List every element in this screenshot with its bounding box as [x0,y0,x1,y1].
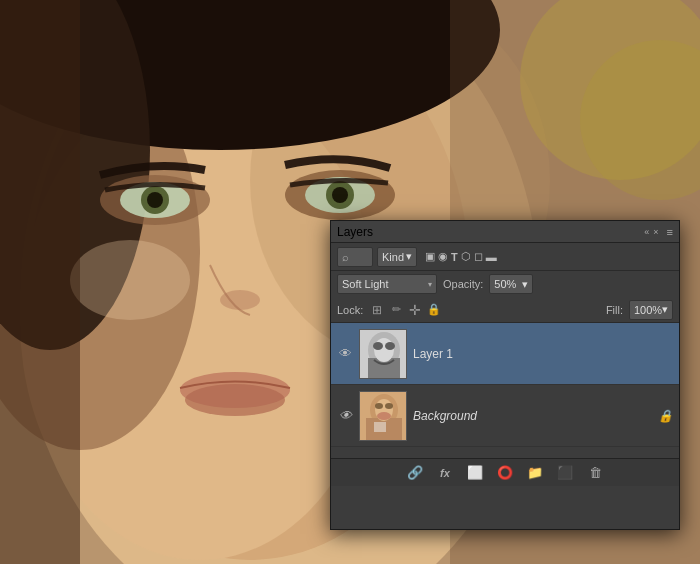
search-icon: ⌕ [342,251,349,263]
new-group-button[interactable]: 📁 [525,463,545,483]
layers-panel: Layers « × ≡ ⌕ Kind ▾ ▣ ◉ T ⬡ ◻ ▬ [330,220,680,530]
panel-controls: « × ≡ [644,226,673,238]
layer-name-background: Background [413,409,652,423]
kind-icons: ▣ ◉ T ⬡ ◻ ▬ [425,250,497,263]
blend-mode-label: Soft Light [342,278,388,290]
kind-adjust-icon[interactable]: ◉ [438,250,448,263]
link-layers-button[interactable]: 🔗 [405,463,425,483]
lock-transparency-icon[interactable]: ⊞ [369,302,385,318]
layer-item-layer1[interactable]: 👁 Layer 1 [331,323,679,385]
layer-effects-button[interactable]: fx [435,463,455,483]
svg-point-14 [147,192,163,208]
panel-menu-button[interactable]: ≡ [667,226,673,238]
fill-value: 100% [634,304,662,316]
kind-pixel-icon[interactable]: ▣ [425,250,435,263]
fill-field[interactable]: 100% ▾ [629,300,673,320]
kind-label: Kind [382,251,404,263]
kind-dropdown-arrow: ▾ [406,250,412,263]
blend-mode-dropdown[interactable]: Soft Light ▾ [337,274,437,294]
svg-point-37 [377,412,391,420]
svg-rect-30 [360,330,407,379]
svg-point-19 [70,240,190,320]
fill-label: Fill: [606,304,623,316]
lock-label: Lock: [337,304,363,316]
opacity-arrow: ▾ [522,278,528,291]
lock-icons-group: ⊞ ✏ ✛ 🔒 [369,302,442,318]
layer-thumbnail-layer1 [359,329,407,379]
svg-point-36 [385,403,393,409]
svg-point-35 [375,403,383,409]
lock-fill-row: Lock: ⊞ ✏ ✛ 🔒 Fill: 100% ▾ [331,297,679,323]
search-filter-wrap[interactable]: ⌕ [337,247,373,267]
blend-mode-arrow: ▾ [428,280,432,289]
panel-content: ⌕ Kind ▾ ▣ ◉ T ⬡ ◻ ▬ Soft Light ▾ Opacit… [331,243,679,486]
lock-pixels-icon[interactable]: ✏ [388,302,404,318]
layer-lock-icon-background: 🔒 [658,409,673,423]
lock-all-icon[interactable]: 🔒 [426,302,442,318]
visibility-toggle-layer1[interactable]: 👁 [337,346,353,361]
blend-opacity-row: Soft Light ▾ Opacity: 50% ▾ [331,271,679,297]
panel-title: Layers [337,225,373,239]
panel-collapse-button[interactable]: « [644,227,649,237]
layer-item-background[interactable]: 👁 Background 🔒 [331,385,679,447]
lock-position-icon[interactable]: ✛ [407,302,423,318]
opacity-label: Opacity: [443,278,483,290]
bottom-toolbar: 🔗 fx ⬜ ⭕ 📁 ⬛ 🗑 [331,458,679,486]
layers-list: 👁 Layer 1 👁 [331,323,679,458]
fill-arrow: ▾ [662,303,668,316]
layer-thumbnail-background [359,391,407,441]
kind-dropdown[interactable]: Kind ▾ [377,247,417,267]
svg-rect-38 [374,422,386,432]
panel-close-button[interactable]: × [653,227,658,237]
add-mask-button[interactable]: ⬜ [465,463,485,483]
kind-video-icon[interactable]: ▬ [486,251,497,263]
opacity-field[interactable]: 50% ▾ [489,274,533,294]
svg-rect-23 [0,0,80,564]
new-layer-button[interactable]: ⬛ [555,463,575,483]
kind-shape-icon[interactable]: ⬡ [461,250,471,263]
svg-point-15 [332,187,348,203]
new-adjustment-button[interactable]: ⭕ [495,463,515,483]
opacity-value: 50% [494,278,516,290]
panel-titlebar: Layers « × ≡ [331,221,679,243]
kind-type-icon[interactable]: T [451,251,458,263]
delete-layer-button[interactable]: 🗑 [585,463,605,483]
kind-smartobj-icon[interactable]: ◻ [474,250,483,263]
layer-name-layer1: Layer 1 [413,347,673,361]
kind-row: ⌕ Kind ▾ ▣ ◉ T ⬡ ◻ ▬ [331,243,679,271]
visibility-toggle-background[interactable]: 👁 [337,408,353,423]
svg-point-18 [185,384,285,416]
